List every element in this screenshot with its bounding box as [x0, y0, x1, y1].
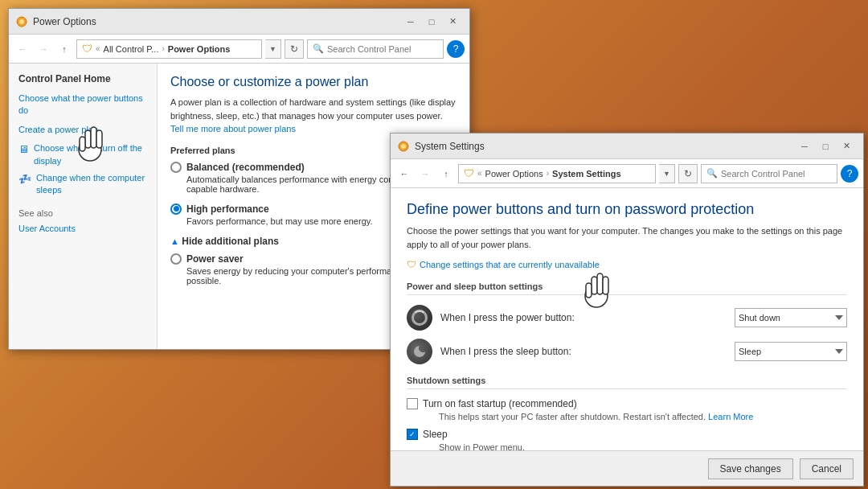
system-settings-title-bar: System Settings ─ □ ✕ — [391, 134, 863, 159]
main-description: A power plan is a collection of hardware… — [170, 96, 457, 136]
minimize-button[interactable]: ─ — [400, 11, 421, 32]
sys-search-input[interactable] — [721, 169, 832, 179]
main-heading: Choose or customize a power plan — [170, 75, 457, 89]
power-sleep-section-title: Power and sleep button settings — [407, 281, 847, 295]
system-settings-footer: Save changes Cancel — [391, 450, 863, 486]
sleep-icon: 💤 — [18, 173, 31, 185]
sleep-checkbox[interactable] — [407, 429, 418, 440]
plan-power-saver-radio[interactable] — [170, 253, 182, 265]
system-settings-address-bar: ← → ↑ 🛡 « Power Options › System Setting… — [391, 159, 863, 188]
tell-me-link[interactable]: Tell me more about power plans — [170, 124, 296, 134]
path-separator: « — [96, 44, 100, 53]
system-settings-content: Define power buttons and turn on passwor… — [391, 188, 863, 486]
system-settings-title-controls: ─ □ ✕ — [794, 136, 857, 157]
address-path[interactable]: 🛡 « All Control P... › Power Options — [76, 39, 262, 59]
power-button-label: When I press the power button: — [440, 312, 727, 323]
path-part-1: All Control P... — [104, 44, 159, 54]
sys-shield-icon: 🛡 — [464, 167, 474, 179]
plan-high-perf-label: High performance — [170, 203, 269, 215]
save-changes-button[interactable]: Save changes — [708, 458, 793, 479]
see-also-title: See also — [18, 208, 147, 218]
close-button[interactable]: ✕ — [442, 11, 463, 32]
sleep-button-setting: When I press the sleep button: Sleep Do … — [407, 339, 847, 364]
back-button[interactable]: ← — [14, 40, 31, 58]
fast-startup-sublabel: This helps start your PC faster after sh… — [439, 411, 753, 423]
sidebar-link-buttons[interactable]: Choose what the power buttons do — [18, 92, 147, 117]
sys-maximize-button[interactable]: □ — [815, 136, 836, 157]
plan-balanced-label: Balanced (recommended) — [170, 162, 305, 173]
settings-availability-link[interactable]: 🛡 Change settings that are currently una… — [407, 259, 847, 270]
svg-point-8 — [401, 144, 406, 149]
power-icon-inner — [411, 310, 428, 326]
power-button-setting: When I press the power button: Shut down… — [407, 305, 847, 331]
see-also-section: See also User Accounts — [18, 208, 147, 235]
fast-startup-label-group: Turn on fast startup (recommended) This … — [423, 397, 753, 423]
sleep-checkbox-label-group: Sleep Show in Power menu. — [423, 428, 525, 450]
power-button-icon — [407, 305, 432, 331]
sys-minimize-button[interactable]: ─ — [794, 136, 815, 157]
plan-high-perf-radio[interactable] — [170, 203, 182, 215]
sys-help-button[interactable]: ? — [841, 165, 858, 183]
sys-heading: Define power buttons and turn on passwor… — [407, 201, 847, 218]
sidebar-link-sleep[interactable]: Change when the computer sleeps — [36, 172, 147, 197]
fast-startup-label: Turn on fast startup (recommended) — [423, 397, 753, 411]
maximize-button[interactable]: □ — [421, 11, 442, 32]
sleep-checkbox-row: Sleep Show in Power menu. — [407, 428, 847, 450]
plan-balanced-name: Balanced (recommended) — [186, 162, 305, 173]
forward-button[interactable]: → — [35, 40, 52, 58]
refresh-button[interactable]: ↻ — [285, 39, 304, 59]
system-settings-window: System Settings ─ □ ✕ ← → ↑ 🛡 « Power Op… — [390, 133, 864, 487]
sidebar-item-sleep: 💤 Change when the computer sleeps — [18, 172, 147, 197]
sys-back-button[interactable]: ← — [395, 165, 413, 183]
sleep-button-icon — [407, 339, 432, 364]
plan-high-perf-name: High performance — [186, 203, 269, 215]
sys-refresh-button[interactable]: ↻ — [678, 164, 698, 183]
sys-path-dropdown[interactable]: ▼ — [659, 164, 675, 183]
plan-power-saver-label: Power saver — [170, 253, 244, 265]
help-button[interactable]: ? — [447, 40, 465, 58]
hide-plans-toggle[interactable]: ▲ — [170, 236, 179, 246]
monitor-icon: 🖥 — [18, 143, 29, 155]
search-input[interactable] — [327, 44, 438, 54]
sleep-checkbox-label: Sleep — [423, 428, 525, 442]
search-icon: 🔍 — [313, 43, 324, 54]
up-button[interactable]: ↑ — [55, 40, 73, 58]
sys-path-part-2: System Settings — [552, 169, 621, 179]
sidebar-title: Control Panel Home — [18, 73, 147, 84]
sys-forward-button[interactable]: → — [416, 165, 434, 183]
sidebar-link-user-accounts[interactable]: User Accounts — [18, 223, 147, 235]
power-options-address-bar: ← → ↑ 🛡 « All Control P... › Power Optio… — [9, 35, 469, 64]
path-part-2: Power Options — [168, 44, 231, 54]
learn-more-link[interactable]: Learn More — [708, 412, 753, 421]
system-settings-window-icon — [397, 140, 410, 153]
sys-up-button[interactable]: ↑ — [437, 165, 455, 183]
plan-balanced-radio[interactable] — [170, 162, 182, 173]
sys-search-icon: 🔍 — [706, 168, 718, 179]
shutdown-section-title: Shutdown settings — [407, 376, 847, 389]
path-dropdown[interactable]: ▼ — [265, 39, 281, 59]
sidebar-item-display: 🖥 Choose when to turn off the display — [18, 142, 147, 167]
sleep-sublabel: Show in Power menu. — [439, 442, 525, 450]
title-bar-controls: ─ □ ✕ — [400, 11, 463, 32]
system-settings-scrollable: Define power buttons and turn on passwor… — [391, 188, 863, 450]
sidebar-link-create[interactable]: Create a power plan — [18, 124, 147, 136]
sys-address-path[interactable]: 🛡 « Power Options › System Settings — [458, 164, 656, 183]
settings-link-shield-icon: 🛡 — [407, 259, 416, 270]
fast-startup-checkbox[interactable] — [407, 398, 418, 409]
search-box: 🔍 — [307, 39, 444, 59]
power-options-title-bar: Power Options ─ □ ✕ — [9, 9, 469, 35]
sys-path-chevron: › — [547, 169, 549, 178]
system-settings-title: System Settings — [415, 141, 789, 152]
sys-search-box: 🔍 — [701, 164, 837, 183]
sys-path-part-1: Power Options — [485, 169, 543, 179]
shutdown-section: Shutdown settings Turn on fast startup (… — [407, 376, 847, 450]
sleep-icon-svg — [411, 343, 428, 360]
power-options-window-icon — [15, 15, 28, 28]
sleep-button-select[interactable]: Sleep Do nothing Hibernate Shut down — [735, 342, 847, 361]
sys-close-button[interactable]: ✕ — [836, 136, 857, 157]
power-button-select[interactable]: Shut down Do nothing Sleep Hibernate Tur… — [735, 308, 847, 327]
cancel-button[interactable]: Cancel — [800, 458, 854, 479]
sleep-button-label: When I press the sleep button: — [440, 346, 727, 357]
svg-point-1 — [19, 19, 24, 24]
sidebar-link-display[interactable]: Choose when to turn off the display — [34, 142, 147, 167]
